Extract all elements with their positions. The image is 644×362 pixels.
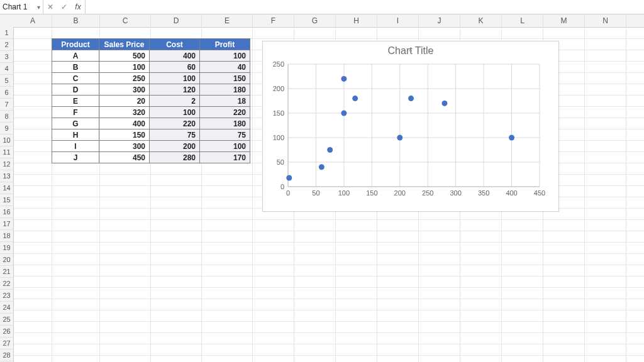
table-cell[interactable]: 280	[150, 152, 200, 163]
data-table[interactable]: ProductSales PriceCostProfitA500400100B1…	[52, 38, 250, 163]
row-header[interactable]: 28	[0, 349, 14, 361]
select-all-corner[interactable]	[0, 14, 14, 28]
table-cell[interactable]: 180	[200, 118, 250, 129]
row-header[interactable]: 18	[0, 230, 14, 242]
embedded-chart[interactable]: ⤧ Chart Title 05010015020025005010015020…	[262, 41, 559, 212]
row-header[interactable]: 12	[0, 158, 14, 170]
row-header[interactable]: 6	[0, 87, 14, 99]
col-header-O[interactable]: O	[626, 14, 644, 28]
table-cell[interactable]: 180	[200, 84, 250, 96]
table-cell[interactable]: B	[52, 62, 99, 73]
table-cell[interactable]: D	[52, 84, 99, 96]
table-cell[interactable]: C	[52, 73, 99, 84]
col-header-E[interactable]: E	[202, 14, 253, 28]
table-header[interactable]: Profit	[200, 39, 250, 50]
row-header[interactable]: 20	[0, 254, 14, 266]
table-cell[interactable]: 220	[200, 107, 250, 118]
table-cell[interactable]: 400	[150, 50, 200, 62]
col-header-G[interactable]: G	[294, 14, 336, 28]
row-header[interactable]: 26	[0, 326, 14, 337]
table-cell[interactable]: 20	[99, 96, 150, 107]
row-header[interactable]: 17	[0, 218, 14, 230]
table-cell[interactable]: 2	[150, 96, 200, 107]
table-header[interactable]: Cost	[150, 39, 200, 50]
table-cell[interactable]: 75	[150, 129, 200, 141]
table-cell[interactable]: F	[52, 107, 99, 118]
table-cell[interactable]: J	[52, 152, 99, 163]
table-cell[interactable]: 100	[200, 141, 250, 152]
table-row[interactable]: A500400100	[52, 50, 250, 62]
table-row[interactable]: G400220180	[52, 118, 250, 129]
row-header[interactable]: 3	[0, 51, 14, 63]
table-cell[interactable]: 100	[200, 50, 250, 62]
col-header-I[interactable]: I	[377, 14, 419, 28]
table-cell[interactable]: 170	[200, 152, 250, 163]
row-header[interactable]: 22	[0, 278, 14, 290]
row-header[interactable]: 8	[0, 111, 14, 123]
row-header[interactable]: 11	[0, 146, 14, 158]
col-header-N[interactable]: N	[585, 14, 626, 28]
table-cell[interactable]: I	[52, 141, 99, 152]
table-cell[interactable]: 400	[99, 118, 150, 129]
table-cell[interactable]: 320	[99, 107, 150, 118]
row-header[interactable]: 2	[0, 39, 14, 51]
row-header[interactable]: 25	[0, 314, 14, 326]
row-header[interactable]: 10	[0, 134, 14, 146]
table-cell[interactable]: 40	[200, 62, 250, 73]
table-row[interactable]: E20218	[52, 96, 250, 107]
table-cell[interactable]: 450	[99, 152, 150, 163]
chevron-down-icon[interactable]: ▾	[37, 4, 40, 11]
table-cell[interactable]: A	[52, 50, 99, 62]
table-cell[interactable]: 60	[150, 62, 200, 73]
table-cell[interactable]: 75	[200, 129, 250, 141]
table-cell[interactable]: 150	[200, 73, 250, 84]
row-header[interactable]: 24	[0, 302, 14, 314]
table-cell[interactable]: 100	[99, 62, 150, 73]
col-header-L[interactable]: L	[502, 14, 543, 28]
col-header-H[interactable]: H	[336, 14, 377, 28]
row-header[interactable]: 9	[0, 123, 14, 134]
row-header[interactable]: 1	[0, 27, 14, 39]
row-header[interactable]: 19	[0, 242, 14, 254]
chart-move-handle-icon[interactable]: ⤧	[408, 47, 413, 53]
chart-plot-area[interactable]: 0501001502002500501001502002503003504004…	[263, 58, 546, 202]
table-cell[interactable]: 150	[99, 129, 150, 141]
table-cell[interactable]: H	[52, 129, 99, 141]
table-row[interactable]: C250100150	[52, 73, 250, 84]
cancel-icon[interactable]: ✕	[43, 3, 57, 11]
row-header[interactable]: 5	[0, 75, 14, 87]
name-box[interactable]: Chart 1 ▾	[0, 0, 43, 14]
row-header[interactable]: 14	[0, 182, 14, 194]
col-header-K[interactable]: K	[460, 14, 502, 28]
col-header-F[interactable]: F	[253, 14, 294, 28]
table-cell[interactable]: 200	[150, 141, 200, 152]
table-cell[interactable]: 100	[150, 107, 200, 118]
confirm-icon[interactable]: ✓	[57, 3, 71, 11]
row-header[interactable]: 16	[0, 206, 14, 218]
formula-input[interactable]	[86, 0, 644, 14]
table-row[interactable]: J450280170	[52, 152, 250, 163]
table-row[interactable]: I300200100	[52, 141, 250, 152]
table-cell[interactable]: 220	[150, 118, 200, 129]
row-header[interactable]: 15	[0, 194, 14, 206]
fx-icon[interactable]: fx	[71, 3, 85, 11]
row-header[interactable]: 21	[0, 266, 14, 278]
row-header[interactable]: 27	[0, 337, 14, 349]
col-header-B[interactable]: B	[52, 14, 100, 28]
row-header[interactable]: 4	[0, 63, 14, 75]
table-cell[interactable]: E	[52, 96, 99, 107]
table-cell[interactable]: 500	[99, 50, 150, 62]
col-header-A[interactable]: A	[14, 14, 52, 28]
row-header[interactable]: 7	[0, 99, 14, 111]
table-row[interactable]: F320100220	[52, 107, 250, 118]
col-header-C[interactable]: C	[100, 14, 151, 28]
table-row[interactable]: H1507575	[52, 129, 250, 141]
table-cell[interactable]: 300	[99, 84, 150, 96]
table-cell[interactable]: 120	[150, 84, 200, 96]
table-header[interactable]: Sales Price	[99, 39, 150, 50]
table-row[interactable]: D300120180	[52, 84, 250, 96]
table-header[interactable]: Product	[52, 39, 99, 50]
table-cell[interactable]: 300	[99, 141, 150, 152]
table-cell[interactable]: 250	[99, 73, 150, 84]
row-header[interactable]: 23	[0, 290, 14, 302]
